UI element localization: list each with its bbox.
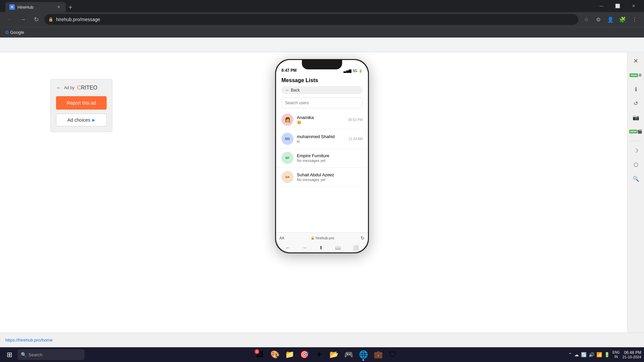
- panel-share-button[interactable]: ⬡: [630, 159, 642, 171]
- phone-bookmarks-button[interactable]: 📖: [335, 245, 341, 250]
- taskbar-app-app1[interactable]: 🎯: [298, 348, 311, 361]
- tray-arrow-icon[interactable]: ⌃: [568, 352, 572, 357]
- report-ad-button[interactable]: Report this ad: [56, 96, 107, 110]
- notification-badge: 1: [255, 349, 259, 354]
- start-icon: ⊞: [7, 351, 12, 359]
- ad-header: ← Ad by CRITEO: [56, 85, 107, 91]
- phone-font-button[interactable]: AA: [279, 236, 284, 240]
- window-controls: — ⬜ ✕: [594, 0, 641, 12]
- message-item-suhail[interactable]: SA Suhail Abdul Azeez No messages yet: [276, 168, 368, 187]
- camera-icon: 📷: [633, 114, 639, 121]
- phone-tabs-button[interactable]: ⬜: [353, 245, 359, 250]
- new-badge-2: NEW: [629, 130, 638, 133]
- panel-new-button[interactable]: NEW 🖥: [630, 69, 642, 81]
- avatar-emoji: 👩: [285, 117, 290, 122]
- info-icon: ℹ: [635, 86, 637, 93]
- address-bar[interactable]: 🔒 hirehub.pro/message: [44, 14, 578, 25]
- panel-new2-button[interactable]: NEW 🎬: [630, 125, 642, 137]
- network-icon[interactable]: 🔃: [581, 352, 587, 357]
- puzzle-button[interactable]: 🧩: [617, 14, 628, 25]
- paint-icon: 🎨: [270, 350, 279, 359]
- status-url-link[interactable]: https://hirehub.pro/home: [5, 338, 53, 343]
- phone-url-display: 🔒 hirehub.pro: [287, 236, 358, 240]
- message-item-anamika[interactable]: 👩 Anamika 😊 05:52 PM: [276, 110, 368, 129]
- browser-content: ← Ad by CRITEO Report this ad Ad choices…: [0, 38, 644, 347]
- browser-menu-button[interactable]: ⋮: [629, 14, 640, 25]
- back-nav-button[interactable]: ←: [4, 14, 15, 25]
- panel-divider: [631, 141, 641, 141]
- panel-moon-button[interactable]: ☽: [630, 144, 642, 157]
- maximize-button[interactable]: ⬜: [610, 0, 625, 12]
- message-item-empire[interactable]: EF Empire Furniture No messages yet: [276, 148, 368, 168]
- minimize-button[interactable]: —: [594, 0, 609, 12]
- taskbar-search-bar[interactable]: 🔍 Search: [17, 349, 85, 360]
- message-screen: Message Lists ← Back: [276, 75, 368, 232]
- google-bar: [0, 38, 644, 52]
- taskbar-app-paint[interactable]: 🎨: [268, 348, 281, 361]
- panel-camera-button[interactable]: 📷: [630, 111, 642, 123]
- avatar-muhammed: MS: [281, 133, 293, 145]
- browser-titlebar: H HireHub ✕ + — ⬜ ✕: [0, 0, 644, 12]
- region-text: IN: [614, 355, 618, 359]
- taskbar-app-brave[interactable]: 🛡: [386, 348, 399, 361]
- taskbar-app-telegram[interactable]: ✈: [312, 348, 326, 361]
- panel-refresh-button[interactable]: ↺: [630, 97, 642, 109]
- start-button[interactable]: ⊞: [3, 349, 16, 361]
- battery-taskbar-icon[interactable]: 🔋: [604, 352, 610, 357]
- search-users-input[interactable]: [285, 101, 359, 105]
- bookmark-star-button[interactable]: ☆: [581, 14, 592, 25]
- message-info-muhammed: muhammed Shahid hi: [297, 134, 345, 143]
- cloud-icon[interactable]: ☁: [574, 352, 579, 357]
- contact-name-empire: Empire Furniture: [297, 153, 363, 158]
- panel-close-button[interactable]: ✕: [630, 55, 642, 67]
- phone-forward-nav-button[interactable]: →: [302, 245, 307, 250]
- phone-screen: 6:47 PM ▃▅▇ 5G 🔋 Message Lists: [276, 60, 368, 252]
- panel-info-button[interactable]: ℹ: [630, 83, 642, 95]
- reload-nav-button[interactable]: ↻: [31, 14, 42, 25]
- folder-icon: 📂: [329, 350, 338, 359]
- browser-tab-hirehub[interactable]: H HireHub ✕: [5, 2, 66, 12]
- phone-search-bar[interactable]: [281, 98, 363, 108]
- ssl-lock-icon: 🔒: [48, 17, 53, 22]
- brave-icon: 🛡: [389, 350, 396, 359]
- forward-nav-button[interactable]: →: [17, 14, 28, 25]
- right-side-panel: ✕ NEW 🖥 ℹ ↺ 📷 NEW 🎬 ☽: [627, 52, 644, 347]
- phone-back-button[interactable]: ← Back: [281, 86, 363, 94]
- taskbar-app-vscode[interactable]: 💼: [371, 348, 385, 361]
- google-bookmark-icon: G: [5, 30, 9, 35]
- taskbar-app-gallery[interactable]: 1 🖼: [253, 348, 267, 361]
- system-clock[interactable]: 06:48 PM 21-10-2024: [623, 350, 641, 359]
- bookmark-google[interactable]: G Google: [3, 28, 27, 37]
- language-indicator[interactable]: ENG IN: [612, 350, 620, 359]
- taskbar-app-chrome[interactable]: 🌐: [357, 348, 370, 361]
- contact-name-muhammed: muhammed Shahid: [297, 134, 345, 139]
- message-time-anamika: 05:52 PM: [348, 118, 363, 122]
- taskbar-app-folder[interactable]: 📂: [327, 348, 340, 361]
- ad-choices-button[interactable]: Ad choices ▶: [56, 114, 107, 126]
- close-button[interactable]: ✕: [626, 0, 641, 12]
- phone-refresh-button[interactable]: ↻: [361, 235, 365, 241]
- phone-status-icons: ▃▅▇ 5G 🔋: [343, 69, 363, 73]
- message-preview-suhail: No messages yet: [297, 178, 363, 182]
- ad-back-icon[interactable]: ←: [56, 85, 61, 91]
- status-url-bar: https://hirehub.pro/home: [0, 333, 644, 347]
- panel-search-button[interactable]: 🔍: [630, 173, 642, 185]
- taskbar-app-files[interactable]: 📁: [283, 348, 296, 361]
- message-item-muhammed[interactable]: MS muhammed Shahid hi 11:20 AM: [276, 129, 368, 148]
- extensions-button[interactable]: ⚙: [593, 14, 604, 25]
- phone-back-nav-button[interactable]: ←: [285, 245, 290, 250]
- discord-icon: 🎮: [344, 350, 353, 359]
- message-preview-empire: No messages yet: [297, 159, 363, 163]
- message-info-suhail: Suhail Abdul Azeez No messages yet: [297, 172, 363, 182]
- new-tab-button[interactable]: +: [66, 3, 75, 12]
- volume-icon[interactable]: 🔊: [589, 352, 594, 357]
- phone-share-button[interactable]: ⬆: [319, 245, 323, 250]
- tab-close-button[interactable]: ✕: [56, 4, 62, 10]
- taskbar-app-discord[interactable]: 🎮: [342, 348, 355, 361]
- taskbar-apps: 1 🖼 🎨 📁 🎯 ✈ 📂 🎮 🌐 💼 🛡: [86, 348, 567, 361]
- message-info-anamika: Anamika 😊: [297, 115, 345, 125]
- avatar-suhail: SA: [281, 171, 293, 183]
- profile-button[interactable]: 👤: [605, 14, 616, 25]
- wifi-icon[interactable]: 📶: [596, 352, 602, 357]
- contact-name-suhail: Suhail Abdul Azeez: [297, 172, 363, 177]
